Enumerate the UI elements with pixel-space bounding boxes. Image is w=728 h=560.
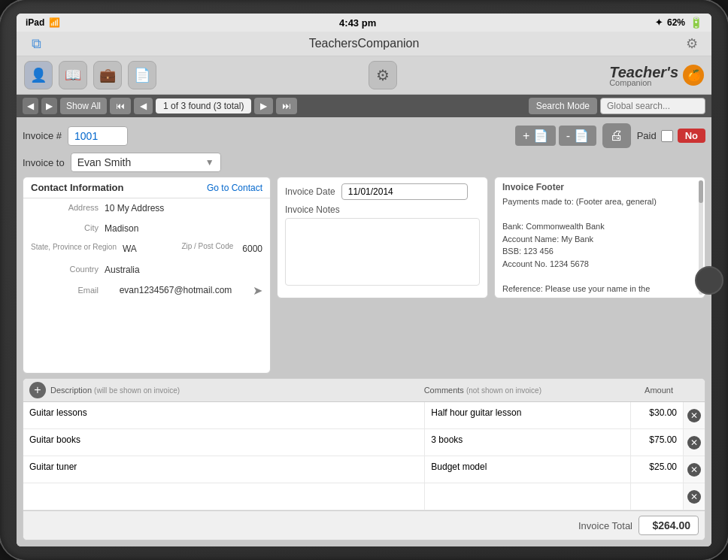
email-label: Email — [31, 284, 99, 298]
remove-doc-button[interactable]: - 📄 — [559, 126, 596, 146]
status-bar: iPad 📶 4:43 pm ✦ 62% 🔋 — [17, 14, 711, 32]
line-item-amount-input-3[interactable] — [635, 460, 678, 474]
back-button[interactable]: ◀ — [23, 98, 38, 114]
line-items-header: + Description (will be shown on invoice)… — [23, 379, 705, 402]
invoice-number-input[interactable] — [68, 126, 128, 146]
prev-record-button[interactable]: ◀ — [134, 98, 153, 114]
delete-line-item-4[interactable]: ✕ — [684, 483, 705, 510]
next-record-button[interactable]: ▶ — [254, 98, 273, 114]
line-item-comments-input-3[interactable] — [429, 460, 626, 474]
line-item-amount-3 — [631, 456, 684, 483]
battery-label: 62% — [667, 17, 685, 28]
logo-text: Teacher'sCompanion — [609, 64, 678, 87]
search-mode-button[interactable]: Search Mode — [529, 98, 597, 114]
briefcase-toolbar-icon[interactable]: 💼 — [93, 61, 122, 89]
address-row: Address 10 My Address — [23, 198, 270, 219]
line-item-comments-3 — [425, 456, 631, 483]
add-doc-button[interactable]: + 📄 — [515, 126, 556, 146]
line-item-desc-4 — [23, 483, 425, 510]
time-display: 4:43 pm — [339, 17, 376, 29]
col-amount-header: Amount — [613, 386, 673, 395]
state-row: State, Province or Region WA Zip / Post … — [23, 239, 270, 259]
line-item-comments-1 — [425, 402, 631, 428]
gear-toolbar-icon[interactable]: ⚙ — [369, 61, 397, 89]
line-item-row: ✕ — [23, 429, 705, 456]
paid-status-badge: No — [678, 129, 705, 143]
print-button[interactable]: 🖨 — [602, 123, 631, 148]
line-item-desc-input-1[interactable] — [28, 406, 420, 419]
line-item-desc-input-3[interactable] — [28, 460, 420, 474]
invoice-number-label: Invoice # — [23, 130, 62, 141]
line-item-row: ✕ — [23, 483, 705, 510]
delete-x-icon-4[interactable]: ✕ — [687, 490, 701, 504]
line-item-comments-input-2[interactable] — [429, 433, 626, 446]
logo-sub: Companion — [609, 78, 678, 87]
col-desc-note: (will be shown on invoice) — [94, 386, 180, 395]
footer-title: Invoice Footer — [502, 182, 697, 192]
zip-label: Zip / Post Code — [181, 242, 233, 250]
notes-textarea[interactable] — [285, 218, 480, 286]
date-input[interactable] — [341, 183, 468, 200]
email-row: Email evan1234567@hotmail.com ➤ — [23, 280, 270, 301]
email-forward-icon[interactable]: ➤ — [253, 283, 262, 298]
city-value: Madison — [105, 222, 138, 236]
address-label: Address — [31, 201, 99, 215]
paid-checkbox[interactable] — [661, 130, 673, 142]
invoice-date-panel: Invoice Date Invoice Notes — [277, 177, 488, 298]
invoice-to-select[interactable]: Evan Smith ▼ — [71, 153, 221, 172]
country-row: Country Australia — [23, 260, 270, 280]
status-left: iPad 📶 — [26, 17, 60, 28]
delete-x-icon-1[interactable]: ✕ — [687, 409, 701, 422]
global-search-input[interactable] — [600, 98, 705, 114]
zip-value: 6000 — [242, 242, 262, 256]
settings-icon[interactable]: ⚙ — [683, 35, 701, 53]
col-comments-note: (not shown on invoice) — [466, 386, 541, 395]
paid-section: Paid No — [637, 129, 705, 143]
country-label: Country — [31, 263, 99, 277]
nav-bar: ◀ ▶ Show All ⏮ ◀ 1 of 3 found (3 total) … — [17, 95, 711, 117]
delete-line-item-2[interactable]: ✕ — [684, 429, 705, 456]
add-remove-buttons: + 📄 - 📄 — [515, 126, 596, 146]
delete-line-item-3[interactable]: ✕ — [684, 456, 705, 483]
teacher-logo: Teacher'sCompanion 🍊 — [609, 64, 704, 87]
total-value: $264.00 — [639, 516, 699, 535]
go-to-contact-link[interactable]: Go to Contact — [207, 183, 262, 193]
line-item-desc-input-2[interactable] — [28, 433, 420, 446]
add-line-item-button[interactable]: + — [29, 382, 46, 398]
wifi-icon: 📶 — [49, 17, 60, 28]
line-item-comments-input-4[interactable] — [429, 487, 626, 501]
contact-toolbar-icon[interactable]: 👤 — [24, 61, 53, 89]
record-counter: 1 of 3 found (3 total) — [156, 98, 251, 114]
line-item-row: ✕ — [23, 402, 705, 429]
line-item-comments-input-1[interactable] — [429, 406, 626, 419]
paid-label: Paid — [637, 130, 657, 141]
last-record-button[interactable]: ⏭ — [276, 98, 297, 114]
delete-line-item-1[interactable]: ✕ — [684, 402, 705, 428]
footer-text: Payments made to: (Footer area, general)… — [502, 195, 697, 293]
battery-icon: 🔋 — [690, 17, 702, 29]
date-label: Invoice Date — [285, 186, 335, 197]
state-label: State, Province or Region — [31, 242, 117, 252]
contact-panel-title: Contact Information — [31, 182, 124, 193]
line-item-amount-input-4[interactable] — [635, 487, 678, 501]
copy-icon[interactable]: ⧉ — [27, 35, 45, 53]
line-item-amount-1 — [631, 402, 684, 428]
line-item-amount-input-2[interactable] — [635, 433, 678, 446]
line-item-amount-2 — [631, 429, 684, 456]
notes-label: Invoice Notes — [285, 204, 480, 215]
document-toolbar-icon[interactable]: 📄 — [128, 61, 156, 89]
delete-x-icon-2[interactable]: ✕ — [687, 436, 701, 450]
first-record-button[interactable]: ⏮ — [110, 98, 131, 114]
body-row: Contact Information Go to Contact Addres… — [23, 177, 705, 374]
dropdown-arrow-icon: ▼ — [205, 157, 214, 168]
book-toolbar-icon[interactable]: 📖 — [59, 61, 87, 89]
line-item-amount-input-1[interactable] — [635, 406, 678, 419]
home-button[interactable] — [695, 266, 723, 295]
show-all-button[interactable]: Show All — [60, 98, 107, 114]
forward-button[interactable]: ▶ — [41, 98, 57, 114]
address-value: 10 My Address — [105, 201, 164, 216]
line-item-desc-input-4[interactable] — [28, 487, 420, 501]
line-item-desc-1 — [23, 402, 425, 428]
footer-scrollbar-thumb — [699, 180, 703, 203]
delete-x-icon-3[interactable]: ✕ — [687, 463, 701, 477]
